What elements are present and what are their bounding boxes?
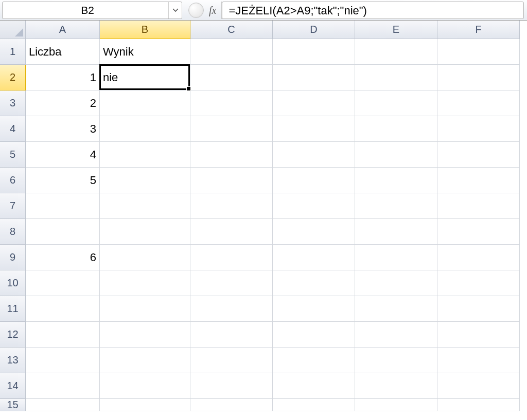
cell-F9[interactable]	[437, 245, 520, 270]
cell-E11[interactable]	[355, 296, 437, 322]
cell-C13[interactable]	[190, 348, 273, 373]
cell-F3[interactable]	[437, 90, 520, 116]
cell-C14[interactable]	[190, 373, 273, 399]
cell-E9[interactable]	[355, 245, 437, 270]
cell-A12[interactable]	[26, 322, 100, 348]
name-box[interactable]: B2	[3, 4, 168, 16]
select-all-corner[interactable]	[0, 21, 26, 39]
formula-input[interactable]: =JEŻELI(A2>A9;"tak";"nie")	[222, 2, 524, 19]
cell-B3[interactable]	[100, 90, 190, 116]
cell-F6[interactable]	[437, 168, 520, 193]
column-header-C[interactable]: C	[190, 21, 273, 39]
cell-E2[interactable]	[355, 65, 437, 90]
cell-E15[interactable]	[355, 399, 437, 411]
cell-A5[interactable]: 4	[26, 142, 100, 168]
cell-E6[interactable]	[355, 168, 437, 193]
column-header-F[interactable]: F	[437, 21, 520, 39]
cell-E3[interactable]	[355, 90, 437, 116]
cell-D13[interactable]	[273, 348, 355, 373]
row-header-15[interactable]: 15	[0, 399, 26, 411]
cell-C9[interactable]	[190, 245, 273, 270]
cell-F14[interactable]	[437, 373, 520, 399]
cell-A10[interactable]	[26, 270, 100, 296]
name-box-dropdown[interactable]	[168, 2, 182, 19]
column-header-A[interactable]: A	[26, 21, 100, 39]
cell-C2[interactable]	[190, 65, 273, 90]
cell-E8[interactable]	[355, 219, 437, 245]
cell-F2[interactable]	[437, 65, 520, 90]
cell-F5[interactable]	[437, 142, 520, 168]
row-header-8[interactable]: 8	[0, 219, 26, 245]
cell-F11[interactable]	[437, 296, 520, 322]
fx-cancel-button[interactable]	[188, 3, 204, 18]
row-header-9[interactable]: 9	[0, 245, 26, 270]
cell-E14[interactable]	[355, 373, 437, 399]
row-header-14[interactable]: 14	[0, 373, 26, 399]
cell-C10[interactable]	[190, 270, 273, 296]
cell-B13[interactable]	[100, 348, 190, 373]
cell-A13[interactable]	[26, 348, 100, 373]
row-header-2[interactable]: 2	[0, 65, 26, 90]
cell-A4[interactable]: 3	[26, 116, 100, 142]
cell-F4[interactable]	[437, 116, 520, 142]
cell-D8[interactable]	[273, 219, 355, 245]
cell-D7[interactable]	[273, 193, 355, 219]
row-header-1[interactable]: 1	[0, 39, 26, 65]
cell-C1[interactable]	[190, 39, 273, 65]
cell-D10[interactable]	[273, 270, 355, 296]
cell-A1[interactable]: Liczba	[26, 39, 100, 65]
row-header-12[interactable]: 12	[0, 322, 26, 348]
cell-C11[interactable]	[190, 296, 273, 322]
cell-C15[interactable]	[190, 399, 273, 411]
cell-E5[interactable]	[355, 142, 437, 168]
cell-A7[interactable]	[26, 193, 100, 219]
cell-E10[interactable]	[355, 270, 437, 296]
column-header-D[interactable]: D	[273, 21, 355, 39]
cell-A14[interactable]	[26, 373, 100, 399]
row-header-7[interactable]: 7	[0, 193, 26, 219]
cell-C5[interactable]	[190, 142, 273, 168]
cell-F13[interactable]	[437, 348, 520, 373]
cell-C3[interactable]	[190, 90, 273, 116]
cell-D12[interactable]	[273, 322, 355, 348]
row-header-11[interactable]: 11	[0, 296, 26, 322]
row-header-3[interactable]: 3	[0, 90, 26, 116]
cell-D4[interactable]	[273, 116, 355, 142]
cell-E12[interactable]	[355, 322, 437, 348]
cell-B15[interactable]	[100, 399, 190, 411]
row-header-13[interactable]: 13	[0, 348, 26, 373]
cell-B1[interactable]: Wynik	[100, 39, 190, 65]
name-box-wrap[interactable]: B2	[2, 2, 182, 19]
cell-B5[interactable]	[100, 142, 190, 168]
row-header-10[interactable]: 10	[0, 270, 26, 296]
cell-D6[interactable]	[273, 168, 355, 193]
cell-D14[interactable]	[273, 373, 355, 399]
cell-A6[interactable]: 5	[26, 168, 100, 193]
cell-D1[interactable]	[273, 39, 355, 65]
cell-B4[interactable]	[100, 116, 190, 142]
cell-F15[interactable]	[437, 399, 520, 411]
cell-A9[interactable]: 6	[26, 245, 100, 270]
cell-F12[interactable]	[437, 322, 520, 348]
cell-E4[interactable]	[355, 116, 437, 142]
cell-D5[interactable]	[273, 142, 355, 168]
cell-D3[interactable]	[273, 90, 355, 116]
cell-C8[interactable]	[190, 219, 273, 245]
cell-D11[interactable]	[273, 296, 355, 322]
cell-F8[interactable]	[437, 219, 520, 245]
cell-C6[interactable]	[190, 168, 273, 193]
cell-A2[interactable]: 1	[26, 65, 100, 90]
cell-F1[interactable]	[437, 39, 520, 65]
cell-C12[interactable]	[190, 322, 273, 348]
cell-B14[interactable]	[100, 373, 190, 399]
cell-B7[interactable]	[100, 193, 190, 219]
column-header-E[interactable]: E	[355, 21, 437, 39]
row-header-4[interactable]: 4	[0, 116, 26, 142]
cell-A8[interactable]	[26, 219, 100, 245]
cell-B6[interactable]	[100, 168, 190, 193]
row-header-6[interactable]: 6	[0, 168, 26, 193]
cell-A15[interactable]	[26, 399, 100, 411]
cell-E1[interactable]	[355, 39, 437, 65]
cell-C4[interactable]	[190, 116, 273, 142]
cell-E13[interactable]	[355, 348, 437, 373]
